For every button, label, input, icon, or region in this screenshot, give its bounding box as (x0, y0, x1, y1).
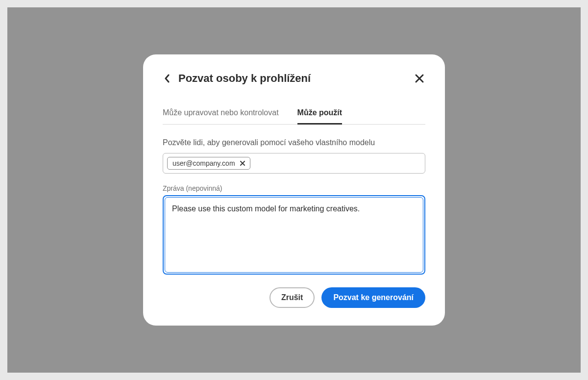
invite-button[interactable]: Pozvat ke generování (321, 287, 425, 308)
permission-tabs: Může upravovat nebo kontrolovat Může pou… (163, 108, 425, 125)
invite-instruction: Pozvěte lidi, aby generovali pomocí vaše… (163, 138, 425, 147)
message-field-focus-ring (163, 195, 425, 275)
header-left-group: Pozvat osoby k prohlížení (163, 72, 311, 85)
email-input[interactable]: user@company.com (163, 153, 425, 174)
email-chip: user@company.com (167, 157, 250, 170)
dialog-header: Pozvat osoby k prohlížení (163, 72, 425, 85)
cancel-button[interactable]: Zrušit (270, 287, 315, 308)
message-field-border (165, 197, 423, 273)
message-label: Zpráva (nepovinná) (163, 184, 425, 192)
back-icon[interactable] (163, 74, 172, 83)
dialog-actions: Zrušit Pozvat ke generování (163, 287, 425, 308)
invite-dialog: Pozvat osoby k prohlížení Může upravovat… (143, 54, 445, 326)
tab-can-edit-review[interactable]: Může upravovat nebo kontrolovat (163, 108, 279, 124)
tab-can-use[interactable]: Může použít (297, 108, 343, 124)
dialog-title: Pozvat osoby k prohlížení (178, 72, 311, 85)
email-chip-label: user@company.com (172, 159, 235, 167)
chip-remove-icon[interactable] (239, 160, 246, 167)
close-icon[interactable] (414, 73, 425, 84)
message-textarea[interactable] (172, 203, 416, 264)
page-backdrop: Pozvat osoby k prohlížení Může upravovat… (7, 7, 581, 373)
